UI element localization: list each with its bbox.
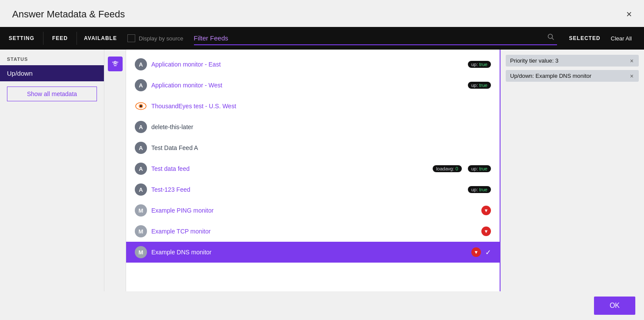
avatar-m: M [135, 225, 147, 237]
feed-item-name: delete-this-later [151, 123, 491, 130]
selected-tag-item: Priority tier value: 3× [506, 55, 639, 67]
close-button[interactable]: × [626, 10, 632, 19]
down-badge: ▼ [481, 206, 491, 215]
feed-item-name: Test data feed [151, 165, 427, 172]
search-icon [547, 33, 554, 40]
toolbar-setting-label: SETTING [9, 35, 41, 41]
svg-point-8 [140, 105, 142, 107]
available-panel: AApplication monitor - Eastup: trueAAppl… [126, 50, 501, 291]
show-all-metadata-button[interactable]: Show all metadata [7, 87, 97, 101]
feed-item-name: Example PING monitor [151, 207, 475, 214]
selected-tag-close-button[interactable]: × [629, 58, 634, 64]
ok-button[interactable]: OK [594, 297, 635, 315]
selected-panel: Priority tier value: 3×Up/down: Example … [501, 50, 644, 291]
toolbar: SETTING FEED AVAILABLE Display by source… [0, 27, 644, 50]
feed-item-name: Example TCP monitor [151, 228, 475, 235]
selected-tag-close-button[interactable]: × [629, 73, 634, 79]
selected-tag-item: Up/down: Example DNS monitor× [506, 70, 639, 82]
sidebar-updown-item[interactable]: Up/down [0, 65, 104, 81]
avatar-a: A [135, 183, 147, 196]
feed-list-item[interactable]: ATest data feedloadavg: 0up: true [126, 158, 500, 179]
status-label: STATUS [0, 57, 104, 65]
feed-item-name: Application monitor - West [151, 82, 462, 89]
display-by-source-checkbox[interactable] [127, 34, 135, 42]
modal: Answer Metadata & Feeds × SETTING FEED A… [0, 0, 644, 320]
toolbar-separator-2 [77, 32, 77, 45]
feed-item-name: Test Data Feed A [151, 144, 491, 151]
feed-list-item[interactable]: Adelete-this-later [126, 117, 500, 137]
feed-panel [104, 50, 126, 291]
down-badge: ▼ [471, 247, 481, 257]
feed-tag: up: true [468, 165, 491, 172]
toolbar-display-section: Display by source [122, 34, 189, 42]
filter-section [194, 32, 557, 45]
feed-tag: up: true [468, 186, 491, 193]
search-icon-button[interactable] [545, 33, 557, 42]
feed-item-name: Example DNS monitor [151, 249, 465, 256]
feed-item-name: Test-123 Feed [151, 186, 462, 193]
avatar-a: A [135, 121, 147, 133]
feed-list-item[interactable]: ATest-123 Feedup: true [126, 179, 500, 200]
feed-item-name: Application monitor - East [151, 61, 462, 68]
avatar-a: A [135, 163, 147, 175]
feed-list-item[interactable]: MExample TCP monitor▼ [126, 221, 500, 242]
avatar-a: A [135, 58, 147, 70]
avatar-a: A [135, 142, 147, 154]
filter-input[interactable] [194, 32, 545, 44]
svg-line-1 [552, 38, 554, 40]
toolbar-feed-label: FEED [45, 35, 75, 41]
clear-all-button[interactable]: Clear All [607, 35, 635, 42]
modal-header: Answer Metadata & Feeds × [0, 0, 644, 27]
feed-list-item[interactable]: ThousandEyes test - U.S. West [126, 96, 500, 117]
selected-checkmark: ✓ [485, 248, 491, 257]
selected-tag-text: Priority tier value: 3 [510, 57, 558, 64]
feed-item-name: ThousandEyes test - U.S. West [151, 103, 491, 110]
feed-list-item[interactable]: MExample PING monitor▼ [126, 200, 500, 221]
sidebar: STATUS Up/down Show all metadata [0, 50, 104, 291]
toolbar-separator-1 [43, 32, 43, 45]
feed-filter-button[interactable] [108, 57, 123, 71]
avatar-m: M [135, 246, 147, 258]
display-by-source-label: Display by source [139, 35, 184, 42]
avatar-m: M [135, 204, 147, 217]
filter-icon [111, 60, 119, 68]
toolbar-selected-label: SELECTED [562, 35, 607, 41]
avatar-eye [135, 100, 147, 112]
feed-list-item[interactable]: MExample DNS monitor▼✓ [126, 242, 500, 263]
modal-title: Answer Metadata & Feeds [12, 9, 125, 20]
feed-list-item[interactable]: ATest Data Feed A [126, 137, 500, 158]
toolbar-available-label: AVAILABLE [79, 35, 122, 41]
feed-list-item[interactable]: AApplication monitor - Westup: true [126, 75, 500, 96]
feed-tag: up: true [468, 61, 491, 68]
feed-tag: loadavg: 0 [433, 165, 462, 172]
svg-point-5 [114, 61, 116, 63]
avatar-a: A [135, 79, 147, 91]
modal-footer: OK [0, 291, 644, 320]
feed-list-item[interactable]: AApplication monitor - Eastup: true [126, 54, 500, 75]
main-content: STATUS Up/down Show all metadata AApplic… [0, 50, 644, 291]
down-badge: ▼ [481, 227, 491, 236]
feed-tag: up: true [468, 82, 491, 89]
selected-tag-text: Up/down: Example DNS monitor [510, 73, 591, 79]
